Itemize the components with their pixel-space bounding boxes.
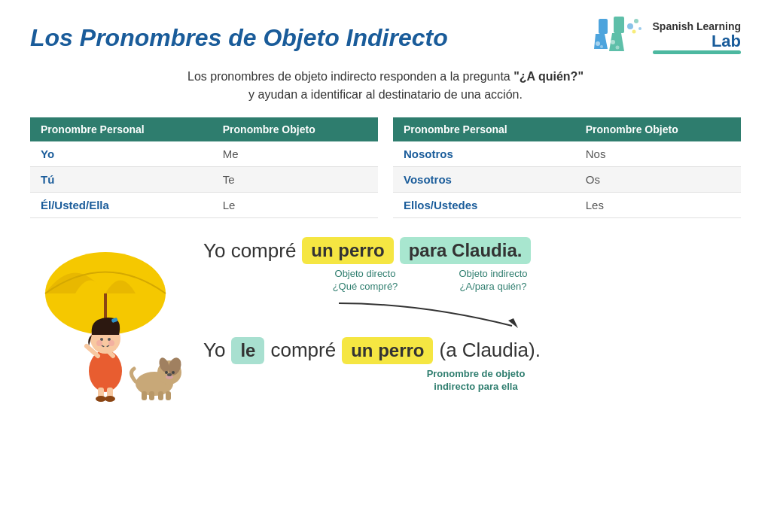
sentence1-yo: Yo compré xyxy=(203,239,296,263)
svg-rect-38 xyxy=(166,391,171,400)
logo-wave xyxy=(653,50,741,54)
label-direct-line1: Objeto directo xyxy=(335,268,396,279)
pronombre-label-line1: Pronombre de objeto xyxy=(427,368,526,379)
svg-point-8 xyxy=(627,23,633,29)
svg-point-7 xyxy=(615,46,619,50)
table-cell-objeto: Os xyxy=(575,167,741,193)
svg-point-31 xyxy=(165,371,168,374)
label-indirect-line1: Objeto indirecto xyxy=(459,268,527,279)
svg-point-34 xyxy=(167,373,172,376)
svg-point-32 xyxy=(172,371,175,374)
pronombre-label: Pronombre de objeto indirecto para ella xyxy=(211,368,741,394)
table-cell-personal: Ellos/Ustedes xyxy=(393,193,575,218)
svg-rect-35 xyxy=(142,391,147,400)
table-cell-personal: Tú xyxy=(30,167,212,193)
example-section: Yo compré un perro para Claudia. Objeto … xyxy=(30,237,741,403)
table-row: Él/Usted/EllaLe xyxy=(30,193,378,218)
label-direct: Objeto directo ¿Qué compré? xyxy=(312,268,418,293)
table-cell-objeto: Les xyxy=(575,193,741,218)
svg-rect-37 xyxy=(158,391,163,400)
table-cell-objeto: Te xyxy=(212,167,378,193)
logo-container: Spanish Learning Lab xyxy=(593,15,741,60)
table-row: VosotrosOs xyxy=(393,167,741,193)
sentence2-verb: compré xyxy=(270,339,336,362)
tables-row: Pronombre Personal Pronombre Objeto YoMe… xyxy=(30,117,741,218)
logo-brand: Spanish Learning Lab xyxy=(653,21,741,53)
pronombre-label-line2: indirecto para ella xyxy=(434,381,517,392)
svg-point-25 xyxy=(96,396,106,402)
table-cell-personal: Nosotros xyxy=(393,141,575,167)
flasks-icon xyxy=(593,15,645,60)
subtitle: Los pronombres de objeto indirecto respo… xyxy=(30,68,741,104)
sentence1-direct-highlight: un perro xyxy=(302,237,393,264)
table-right: Pronombre Personal Pronombre Objeto Noso… xyxy=(393,117,741,218)
table-left-col1-header: Pronombre Personal xyxy=(30,117,212,141)
svg-point-14 xyxy=(89,350,122,392)
character-illustration xyxy=(30,237,196,403)
page-title: Los Pronombres de Objeto Indirecto xyxy=(30,24,448,52)
sentence-line1: Yo compré un perro para Claudia. xyxy=(203,237,741,264)
arrow-svg xyxy=(316,299,527,330)
sentence1-indirect-highlight: para Claudia. xyxy=(400,237,532,264)
table-cell-personal: Vosotros xyxy=(393,167,575,193)
svg-point-26 xyxy=(105,396,115,402)
label-indirect: Objeto indirecto ¿A/para quién? xyxy=(433,268,553,293)
table-row: NosotrosNos xyxy=(393,141,741,167)
table-row: Ellos/UstedesLes xyxy=(393,193,741,218)
table-right-col1-header: Pronombre Personal xyxy=(393,117,575,141)
character-area xyxy=(30,237,196,403)
table-row: TúTe xyxy=(30,167,378,193)
svg-rect-0 xyxy=(599,19,608,34)
table-cell-objeto: Nos xyxy=(575,141,741,167)
table-cell-personal: Yo xyxy=(30,141,212,167)
svg-point-11 xyxy=(638,27,641,30)
subtitle-line2: y ayudan a identificar al destinatario d… xyxy=(248,88,523,101)
svg-point-19 xyxy=(96,340,102,346)
table-cell-personal: Él/Usted/Ella xyxy=(30,193,212,218)
subtitle-highlight: "¿A quién?" xyxy=(513,70,584,83)
arrow-area xyxy=(316,299,741,333)
sentence2-rest: (a Claudia). xyxy=(439,339,540,362)
table-left-col2-header: Pronombre Objeto xyxy=(212,117,378,141)
svg-point-3 xyxy=(600,45,603,48)
table-left: Pronombre Personal Pronombre Objeto YoMe… xyxy=(30,117,378,218)
sentence-line2: Yo le compré un perro (a Claudia). xyxy=(203,337,741,364)
svg-point-20 xyxy=(108,340,114,346)
sentence-area: Yo compré un perro para Claudia. Objeto … xyxy=(196,237,741,394)
header: Los Pronombres de Objeto Indirecto xyxy=(30,15,741,60)
svg-point-2 xyxy=(596,41,600,46)
svg-point-10 xyxy=(632,30,635,34)
page: Los Pronombres de Objeto Indirecto xyxy=(0,0,771,532)
svg-rect-4 xyxy=(614,17,624,33)
sentence2-pronoun-highlight: le xyxy=(231,337,264,364)
sentence2-direct-highlight: un perro xyxy=(342,337,433,364)
svg-marker-39 xyxy=(508,318,518,328)
table-cell-objeto: Le xyxy=(212,193,378,218)
table-row: YoMe xyxy=(30,141,378,167)
subtitle-text: Los pronombres de objeto indirecto respo… xyxy=(187,70,513,83)
svg-point-9 xyxy=(634,19,638,23)
label-direct-line2: ¿Qué compré? xyxy=(333,281,398,292)
label-indirect-line2: ¿A/para quién? xyxy=(460,281,527,292)
logo-lab: Lab xyxy=(712,33,741,50)
sentence2-yo: Yo xyxy=(203,339,225,362)
svg-rect-36 xyxy=(149,391,154,400)
table-right-col2-header: Pronombre Objeto xyxy=(575,117,741,141)
svg-point-6 xyxy=(611,40,615,44)
table-cell-objeto: Me xyxy=(212,141,378,167)
labels-row: Objeto directo ¿Qué compré? Objeto indir… xyxy=(312,268,741,293)
